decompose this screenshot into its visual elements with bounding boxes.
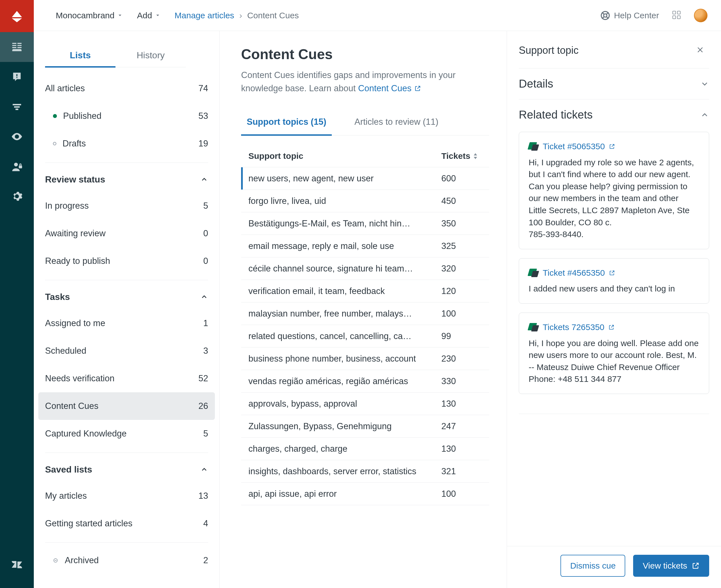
sidebar-tab-lists[interactable]: Lists [45, 46, 115, 68]
topic-cell: email message, reply e mail, sole use [241, 241, 441, 251]
sidebar-section-tasks[interactable]: Tasks [45, 284, 208, 310]
sidebar-item-count: 1 [203, 318, 208, 328]
external-link-icon [608, 324, 615, 330]
rail-arrange-icon[interactable] [0, 92, 34, 122]
ticket-card: Ticket #5065350Hi, I upgraded my role so… [519, 132, 709, 249]
table-row[interactable]: insights, dashboards, server error, stat… [241, 460, 489, 483]
add-dropdown[interactable]: Add [137, 11, 160, 20]
topic-cell: insights, dashboards, server error, stat… [241, 466, 441, 477]
main-tabs: Support topics (15) Articles to review (… [241, 109, 489, 135]
view-tickets-button[interactable]: View tickets [633, 555, 709, 577]
chevron-down-icon [117, 13, 123, 18]
breadcrumb-link[interactable]: Manage articles [175, 11, 234, 20]
sidebar-item-captured-knowledge[interactable]: Captured Knowledge5 [45, 420, 208, 447]
sidebar-item-drafts[interactable]: Drafts 19 [45, 130, 208, 158]
sidebar-section-review-status[interactable]: Review status [45, 167, 208, 192]
brand-dropdown[interactable]: Monocambrand [56, 11, 123, 20]
sidebar-item-scheduled[interactable]: Scheduled3 [45, 337, 208, 365]
page-title: Content Cues [241, 46, 489, 63]
ticket-link[interactable]: Ticket #5065350 [529, 141, 699, 153]
table-row[interactable]: Zulassungen, Bypass, Genehmigung247 [241, 415, 489, 438]
content-cues-link[interactable]: Content Cues [358, 82, 421, 95]
detail-section-title: Details [519, 78, 553, 90]
help-center-link[interactable]: Help Center [600, 11, 659, 20]
table-row[interactable]: charges, charged, charge130 [241, 438, 489, 460]
sidebar-item-assigned-to-me[interactable]: Assigned to me1 [45, 310, 208, 337]
rail-settings-icon[interactable] [0, 181, 34, 211]
column-header-tickets[interactable]: Tickets [441, 151, 489, 161]
apps-switcher-button[interactable] [672, 10, 682, 21]
chevron-up-icon [200, 293, 208, 301]
sidebar-item-label: Ready to publish [45, 256, 110, 266]
tab-support-topics[interactable]: Support topics (15) [241, 109, 332, 136]
ticket-link[interactable]: Tickets 7265350 [529, 321, 699, 333]
rail-manage-articles-icon[interactable] [0, 32, 34, 62]
sidebar-item-count: 3 [203, 346, 208, 356]
sidebar-item-count: 0 [203, 228, 208, 238]
rail-moderation-icon[interactable] [0, 62, 34, 92]
chevron-up-icon [200, 465, 208, 474]
brand-logo[interactable] [0, 0, 34, 32]
sidebar-item-all-articles[interactable]: All articles 74 [45, 75, 208, 102]
lifebuoy-icon [600, 11, 610, 20]
tickets-cell: 600 [441, 173, 489, 184]
detail-section-details[interactable]: Details [519, 68, 709, 99]
topic-cell: business phone number, business, account [241, 354, 441, 364]
sidebar-section-saved-lists[interactable]: Saved lists [45, 457, 208, 482]
sidebar-item-count: 4 [203, 519, 208, 529]
apps-grid-icon [672, 10, 682, 20]
sidebar-item-label: Getting started articles [45, 519, 132, 529]
sidebar-item-getting-started[interactable]: Getting started articles4 [45, 510, 208, 537]
sidebar-item-awaiting-review[interactable]: Awaiting review0 [45, 220, 208, 247]
tab-articles-to-review[interactable]: Articles to review (11) [349, 109, 444, 135]
table-row[interactable]: vendas região américas, região américas3… [241, 370, 489, 393]
table-row[interactable]: verification email, it team, feedback120 [241, 280, 489, 302]
tickets-cell: 100 [441, 309, 489, 319]
rail-zendesk-logo-icon[interactable] [0, 550, 34, 580]
external-link-icon [414, 85, 421, 92]
sidebar-item-archived[interactable]: ⊝Archived 2 [45, 547, 208, 574]
svg-marker-0 [12, 11, 22, 17]
sidebar-tabs: Lists History [45, 46, 186, 67]
table-row[interactable]: malaysian number, free number, malays…10… [241, 302, 489, 325]
rail-preview-icon[interactable] [0, 122, 34, 151]
sidebar-item-label: Needs verification [45, 373, 114, 383]
sidebar-item-my-articles[interactable]: My articles13 [45, 482, 208, 510]
sidebar-tab-history[interactable]: History [115, 46, 186, 67]
ticket-link[interactable]: Ticket #4565350 [529, 267, 699, 279]
sidebar-item-count: 52 [198, 373, 208, 383]
table-row[interactable]: cécile channel source, signature hi team… [241, 257, 489, 280]
sidebar-item-count: 5 [203, 428, 208, 439]
sidebar-item-label: Content Cues [45, 401, 99, 411]
table-row[interactable]: approvals, bypass, approval130 [241, 393, 489, 415]
ticket-body: Hi, I hope you are doing well. Please ad… [529, 337, 699, 385]
sidebar-item-published[interactable]: Published 53 [45, 102, 208, 130]
avatar[interactable] [694, 9, 707, 22]
chevron-up-icon [200, 175, 208, 183]
svg-rect-3 [16, 77, 17, 78]
sidebar-item-in-progress[interactable]: In progress5 [45, 192, 208, 220]
table-row[interactable]: Bestätigungs-E-Mail, es Team, nicht hin…… [241, 212, 489, 235]
table-row[interactable]: api, api issue, api error100 [241, 483, 489, 505]
rail-permissions-icon[interactable] [0, 151, 34, 181]
table-row[interactable]: forgo livre, livea, uid450 [241, 190, 489, 212]
help-center-label: Help Center [614, 11, 659, 20]
sidebar-item-content-cues[interactable]: Content Cues26 [38, 392, 215, 420]
topic-cell: charges, charged, charge [241, 444, 441, 454]
table-row[interactable]: business phone number, business, account… [241, 348, 489, 370]
detail-section-toggle[interactable]: Related tickets [519, 108, 709, 121]
tickets-cell: 120 [441, 286, 489, 296]
dismiss-cue-button[interactable]: Dismiss cue [560, 555, 625, 577]
tickets-cell: 130 [441, 444, 489, 454]
page-description: Content Cues identifies gaps and improve… [241, 69, 489, 95]
table-row[interactable]: related questions, cancel, cancelling, c… [241, 325, 489, 348]
sidebar-item-ready-to-publish[interactable]: Ready to publish0 [45, 247, 208, 275]
sidebar-item-needs-verification[interactable]: Needs verification52 [45, 365, 208, 392]
svg-marker-20 [474, 153, 477, 155]
table-row[interactable]: email message, reply e mail, sole use325 [241, 235, 489, 257]
tickets-cell: 330 [441, 376, 489, 386]
svg-rect-16 [673, 11, 676, 14]
close-button[interactable] [696, 46, 704, 55]
column-header-topic[interactable]: Support topic [241, 151, 441, 161]
table-row[interactable]: new users, new agent, new user600 [241, 167, 489, 190]
